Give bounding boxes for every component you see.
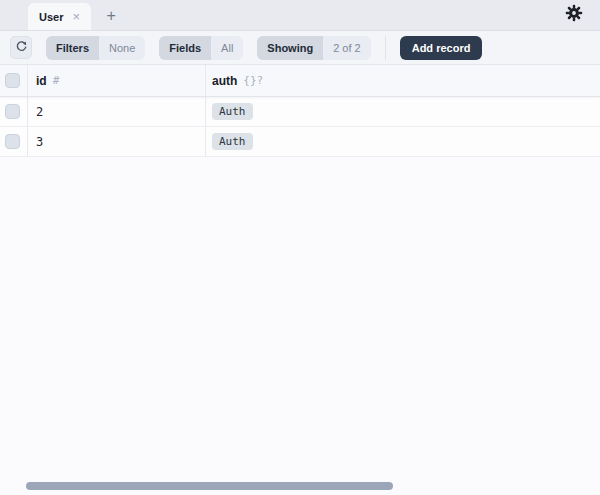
filters-value: None: [99, 36, 145, 60]
cell-auth[interactable]: Auth: [206, 127, 600, 156]
cell-id[interactable]: 3: [28, 127, 206, 156]
row-checkbox-cell: [0, 97, 28, 126]
grid-header-row: id # auth {}?: [0, 65, 600, 97]
settings-button[interactable]: [564, 5, 584, 25]
column-name-id: id: [36, 74, 47, 88]
row-checkbox-cell: [0, 127, 28, 156]
showing-control[interactable]: Showing 2 of 2: [257, 36, 370, 60]
fields-control[interactable]: Fields All: [159, 36, 243, 60]
filters-label: Filters: [46, 36, 99, 60]
auth-relation-badge[interactable]: Auth: [212, 133, 253, 150]
app-window: User × +: [0, 0, 600, 495]
id-value: 2: [36, 105, 43, 119]
table-row: 2 Auth: [0, 97, 600, 127]
fields-value: All: [211, 36, 243, 60]
header-checkbox-cell: [0, 65, 28, 96]
row-checkbox[interactable]: [5, 134, 20, 149]
tab-user-label: User: [39, 11, 63, 23]
column-type-auth: {}?: [243, 74, 263, 87]
id-value: 3: [36, 135, 43, 149]
tab-bar: User × +: [0, 0, 600, 31]
refresh-button[interactable]: [10, 36, 32, 59]
column-header-id[interactable]: id #: [28, 65, 206, 96]
cell-id[interactable]: 2: [28, 97, 206, 126]
new-tab-button[interactable]: +: [101, 6, 121, 26]
fields-label: Fields: [159, 36, 211, 60]
add-record-button[interactable]: Add record: [400, 36, 483, 60]
cell-auth[interactable]: Auth: [206, 97, 600, 126]
refresh-icon: [15, 39, 28, 57]
horizontal-scrollbar-thumb[interactable]: [26, 482, 393, 490]
row-checkbox[interactable]: [5, 104, 20, 119]
select-all-checkbox[interactable]: [5, 73, 20, 88]
filters-control[interactable]: Filters None: [46, 36, 145, 60]
close-tab-icon[interactable]: ×: [72, 10, 80, 23]
tab-user[interactable]: User ×: [28, 3, 91, 30]
column-name-auth: auth: [212, 74, 237, 88]
showing-value: 2 of 2: [323, 36, 371, 60]
table-row: 3 Auth: [0, 127, 600, 157]
gear-icon: [565, 4, 583, 26]
toolbar: Filters None Fields All Showing 2 of 2 A…: [0, 31, 600, 65]
column-type-id: #: [53, 74, 60, 87]
column-header-auth[interactable]: auth {}?: [206, 65, 600, 96]
showing-label: Showing: [257, 36, 323, 60]
auth-relation-badge[interactable]: Auth: [212, 103, 253, 120]
toolbar-divider: [385, 36, 386, 60]
data-grid: id # auth {}? 2 Auth 3: [0, 65, 600, 157]
